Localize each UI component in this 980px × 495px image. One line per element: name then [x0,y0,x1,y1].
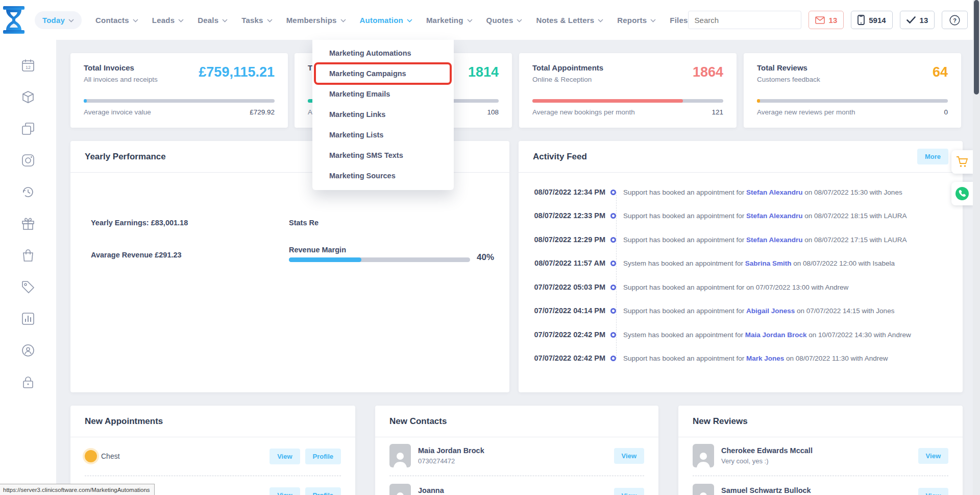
checkmark-icon [906,16,916,23]
nav-leads[interactable]: Leads [152,16,184,25]
contact-link[interactable]: Abigail Joness [746,307,795,315]
chevron-down-icon [467,19,473,22]
mail-notifications-button[interactable]: 13 [808,11,844,29]
shopping-bag-icon[interactable] [21,248,35,262]
nav-today[interactable]: Today [35,11,82,29]
svg-text:?: ? [953,17,957,23]
avatar [693,444,714,467]
help-button[interactable]: ? [942,11,968,29]
feed-item: 07/07/2022 02:42 PM Support has booked a… [519,354,963,362]
contact-link[interactable]: Maia Jordan Brock [745,331,807,339]
feed-item: 08/07/2022 12:34 PM Support has booked a… [519,188,963,196]
average-revenue: Avarage Revenue £291.23 [91,251,182,259]
timeline-dot-icon [610,308,616,314]
view-button[interactable]: View [270,487,300,495]
nav-marketing[interactable]: Marketing [426,16,473,25]
lock-icon[interactable] [21,375,35,389]
tag-icon[interactable] [21,280,35,294]
contact-link[interactable]: Stefan Alexandru [746,212,803,220]
progress-bar [84,99,275,103]
avatar [693,484,714,495]
menu-item-marketing-sms-texts[interactable]: Marketing SMS Texts [312,145,454,166]
nav-deals[interactable]: Deals [198,16,228,25]
gift-icon[interactable] [21,217,35,230]
chevron-down-icon [222,19,228,22]
panel-title: New Appointments [85,416,163,427]
view-button[interactable]: View [270,449,300,464]
contact-link[interactable]: Sabrina Smith [745,260,792,267]
nav-notes-letters[interactable]: Notes & Letters [536,16,603,25]
phone-notifications-button[interactable]: 5914 [851,11,892,29]
menu-item-marketing-lists[interactable]: Marketing Lists [312,125,454,145]
panel-title: Activity Feed [533,152,587,162]
left-icon-sidebar: 12 [0,40,56,495]
view-button[interactable]: View [614,448,644,464]
more-button[interactable]: More [917,149,948,164]
svg-text:12: 12 [26,65,31,70]
view-button[interactable]: View [918,448,948,464]
package-icon[interactable] [21,90,35,104]
hourglass-logo-icon [0,5,28,35]
page-scrollbar[interactable] [973,0,980,495]
chevron-down-icon [517,19,522,22]
search-input[interactable] [689,16,801,25]
nav-memberships[interactable]: Memberships [286,16,346,25]
card-title: T [308,63,312,72]
nav-automation[interactable]: Automation [360,16,412,25]
timeline-dot-icon [610,285,616,290]
menu-item-marketing-emails[interactable]: Marketing Emails [312,84,454,104]
menu-item-marketing-campaigns[interactable]: Marketing Campaigns [312,63,454,84]
nav-files[interactable]: Files [670,16,688,25]
stat-card-total-appointments: Total Appointments Online & Reception 18… [519,53,737,128]
search-box [688,11,801,29]
contact-link[interactable]: Mark Jones [746,355,784,362]
avatar [389,484,411,495]
history-icon[interactable] [21,185,35,199]
profile-button[interactable]: Profile [305,487,341,495]
timeline-dot-icon [610,213,616,219]
mail-count: 13 [829,16,838,25]
timeline-dot-icon [610,237,616,243]
contact-link[interactable]: Stefan Alexandru [746,188,803,196]
nav-tasks[interactable]: Tasks [241,16,272,25]
panel-title: Yearly Performance [85,152,166,162]
camera-icon[interactable] [21,153,35,167]
contact-link[interactable]: Stefan Alexandru [746,236,803,244]
view-button[interactable]: View [614,488,644,495]
card-subtitle: Customers feedback [757,76,820,83]
chevron-down-icon [340,19,346,22]
app-logo[interactable] [0,5,28,35]
nav-quotes[interactable]: Quotes [486,16,523,25]
feed-item: 08/07/2022 11:57 AM System has booked an… [519,259,963,267]
bar-chart-icon[interactable] [21,312,35,325]
feed-item: 08/07/2022 12:29 PM Support has booked a… [519,235,963,244]
revenue-margin-pct: 40% [477,252,494,263]
timeline-dot-icon [610,261,616,266]
new-contacts-panel: New Contacts Maia Jordan Brock 073027447… [375,406,658,495]
shopping-cart-icon [955,155,969,169]
phone-count: 5914 [869,16,886,25]
card-subtitle: Online & Reception [532,76,592,83]
card-value: £759,115.21 [199,64,275,80]
menu-item-marketing-automations[interactable]: Marketing Automations [312,43,454,63]
menu-item-marketing-sources[interactable]: Marketing Sources [312,166,454,186]
profile-button[interactable]: Profile [305,449,341,464]
nav-contacts[interactable]: Contacts [95,16,138,25]
copy-icon[interactable] [21,122,35,135]
call-quick-button[interactable] [951,182,973,205]
menu-item-marketing-links[interactable]: Marketing Links [312,104,454,125]
revenue-margin-label: Revenue Margin [289,246,346,254]
nav-reports[interactable]: Reports [617,16,656,25]
revenue-margin-bar [289,257,470,262]
tasks-done-button[interactable]: 13 [900,11,935,29]
contact-row: Maia Jordan Brock 0730274472 View [375,442,658,469]
calendar-icon[interactable]: 12 [21,58,35,72]
support-agent-icon[interactable] [21,343,35,357]
view-button[interactable]: View [918,488,948,495]
top-navigation-bar: Today Contacts Leads Deals Tasks Members… [0,0,980,40]
card-subtitle: All invoices and receipts [84,76,158,83]
scrollbar-thumb[interactable] [974,0,979,95]
main-menu: Today Contacts Leads Deals Tasks Members… [35,11,688,29]
topbar-right-controls: 13 5914 13 ? LONDON SUPPORT [688,9,980,31]
cart-quick-button[interactable] [951,150,973,174]
